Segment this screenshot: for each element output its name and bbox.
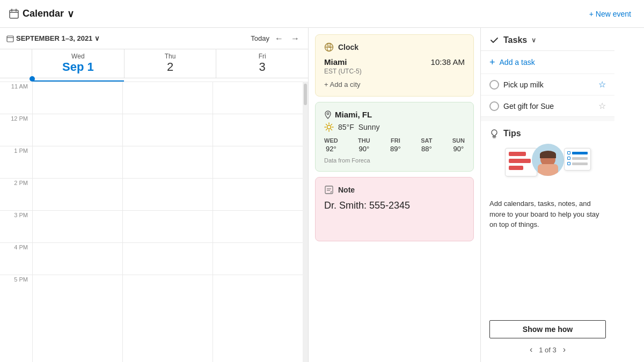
illus-check-box-3 [567, 162, 570, 165]
time-label-2pm: 2 PM [0, 178, 32, 210]
date-range-chevron: ∨ [94, 34, 100, 42]
day-col-1-cell-5[interactable] [33, 275, 122, 307]
app-header: Calendar ∨ + New event [0, 0, 644, 28]
tips-pagination: ‹ 1 of 3 › [489, 345, 606, 354]
vertical-scrollbar[interactable] [303, 82, 308, 362]
day-col-3-cell-1[interactable] [213, 146, 303, 178]
calendar-icon [9, 9, 19, 19]
time-label-11am: 11 AM [0, 82, 32, 114]
add-task-label: Add a task [500, 58, 535, 67]
illus-list-row-2 [509, 159, 531, 163]
day-col-2-cell-3[interactable] [123, 210, 213, 242]
tasks-checkmark-icon [489, 35, 499, 45]
day-header-sep1: Wed Sep 1 [32, 49, 125, 78]
forecast-day-name-1: WED [324, 137, 338, 144]
day-col-3-cell-5[interactable] [213, 275, 303, 307]
time-label-12pm: 12 PM [0, 114, 32, 146]
date-range-button[interactable]: SEPTEMBER 1–3, 2021 ∨ [6, 34, 100, 42]
new-event-button[interactable]: + New event [585, 8, 635, 20]
clock-row: Miami 10:38 AM [324, 57, 465, 67]
calendar-label: Calendar [23, 8, 64, 19]
task-star-2[interactable]: ☆ [598, 101, 606, 111]
illus-check-line-3 [572, 162, 588, 165]
next-tip-button[interactable]: › [563, 345, 566, 354]
clock-widget: Clock Miami 10:38 AM EST (UTC-5) + Add a… [315, 34, 474, 97]
time-label-1pm: 1 PM [0, 146, 32, 178]
tasks-panel: Tasks ∨ + Add a task Pick up milk ☆ Get … [480, 28, 614, 362]
illus-check-box-1 [567, 151, 570, 154]
forecast-day-name-4: SAT [421, 137, 432, 144]
add-city-button[interactable]: + Add a city [324, 80, 465, 88]
svg-rect-4 [7, 36, 13, 42]
prev-tip-button[interactable]: ‹ [530, 345, 532, 354]
day-col-2-cell-1[interactable] [123, 146, 213, 178]
illus-avatar [532, 144, 564, 176]
task-item-2: Get gift for Sue ☆ [481, 95, 614, 117]
day-col-3-cell-12[interactable] [213, 114, 303, 146]
today-button[interactable]: Today [251, 34, 269, 42]
time-label-4pm: 4 PM [0, 242, 32, 275]
illus-check-box-2 [567, 157, 570, 160]
svg-point-11 [327, 113, 329, 115]
forecast-day-3: FRI 89° [390, 137, 401, 153]
illus-body [538, 164, 558, 176]
forecast-temp-5: 90° [453, 145, 464, 153]
illus-check-line-2 [572, 157, 588, 160]
svg-rect-0 [10, 10, 18, 18]
weather-location: Miami, FL [324, 110, 465, 119]
tips-text: Add calendars, tasks, notes, and more to… [489, 198, 606, 313]
forecast-day-1: WED 92° [324, 137, 338, 153]
day-col-2-cell-2[interactable] [123, 178, 213, 210]
day-col-3-cell-4[interactable] [213, 242, 303, 275]
location-icon [324, 110, 332, 119]
task-star-1[interactable]: ☆ [598, 79, 606, 90]
day-col-1-cell-12[interactable] [33, 114, 122, 146]
add-task-button[interactable]: + Add a task [481, 51, 614, 74]
illus-checklist-card [564, 148, 591, 171]
day-col-2-cell-12[interactable] [123, 114, 213, 146]
svg-point-12 [327, 125, 331, 129]
day-col-1-cell-11[interactable] [33, 82, 122, 114]
next-arrow-button[interactable]: → [289, 33, 302, 45]
task-checkbox-1[interactable] [489, 80, 499, 90]
show-me-label: Show me how [523, 325, 573, 334]
time-labels: 11 AM 12 PM 1 PM 2 PM 3 PM 4 PM 5 PM [0, 82, 32, 362]
weather-condition: Sunny [358, 123, 380, 131]
note-widget-title: Note [338, 186, 355, 194]
today-dot [30, 76, 35, 82]
day-col-2-cell-4[interactable] [123, 242, 213, 275]
day-col-3-cell-3[interactable] [213, 210, 303, 242]
prev-arrow-button[interactable]: ← [273, 33, 286, 45]
day-col-3-cell-2[interactable] [213, 178, 303, 210]
calendar-title-button[interactable]: Calendar ∨ [9, 8, 74, 20]
tips-title: Tips [503, 129, 521, 138]
calendar-nav: Today ← → [251, 33, 302, 45]
show-me-button[interactable]: Show me how [489, 320, 606, 338]
forecast-temp-4: 88° [421, 145, 432, 153]
tasks-chevron-icon: ∨ [531, 36, 536, 44]
day-col-1-cell-4[interactable] [33, 242, 122, 275]
day-col-1-cell-1[interactable] [33, 146, 122, 178]
task-label-2: Get gift for Sue [503, 102, 594, 110]
scroll-handle[interactable] [304, 84, 307, 105]
day-col-1[interactable] [32, 82, 122, 362]
weather-location-text: Miami, FL [335, 110, 372, 119]
day-col-3-cell-11[interactable] [213, 82, 303, 114]
day-columns [32, 82, 303, 362]
day-col-1-cell-2[interactable] [33, 178, 122, 210]
day-name-2: Thu [165, 53, 176, 60]
day-header-sep2: Thu 2 [125, 49, 217, 78]
date-range-text: SEPTEMBER 1–3, 2021 [16, 34, 92, 42]
weather-forecast: WED 92° THU 90° FRI 89° SAT 88° SUN 90 [324, 137, 465, 153]
note-widget[interactable]: Note Dr. Smith: 555-2345 [315, 177, 474, 241]
illus-list-row-3 [509, 166, 524, 170]
tasks-header[interactable]: Tasks ∨ [481, 28, 614, 51]
task-checkbox-2[interactable] [489, 101, 499, 111]
day-col-1-cell-3[interactable] [33, 210, 122, 242]
illus-check-row-3 [567, 162, 588, 165]
day-col-2-cell-11[interactable] [123, 82, 213, 114]
day-col-2[interactable] [122, 82, 213, 362]
calendar-chevron: ∨ [67, 8, 74, 20]
day-col-2-cell-5[interactable] [123, 275, 213, 307]
day-col-3[interactable] [213, 82, 303, 362]
